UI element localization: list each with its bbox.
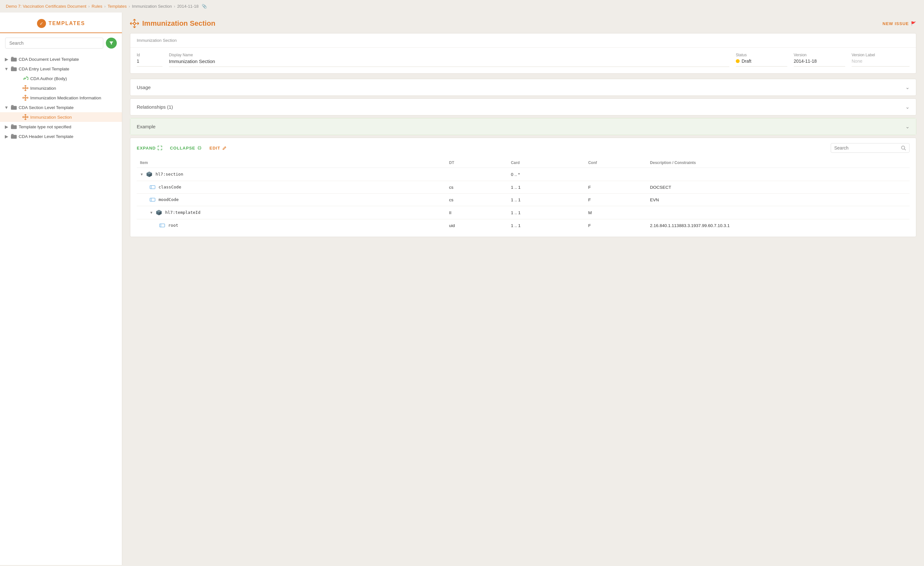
desc-hl7section <box>646 168 909 181</box>
conf-root: F <box>585 219 646 232</box>
item-cell: root <box>137 219 446 232</box>
breadcrumb-version: 2014-11-18 <box>177 4 199 9</box>
cube-icon-2 <box>156 210 162 216</box>
usage-section: Usage ⌄ <box>130 79 916 96</box>
status-value: Draft <box>736 58 787 67</box>
desc-root: 2.16.840.1.113883.3.1937.99.60.7.10.3.1 <box>646 219 909 232</box>
pencil-icon <box>222 146 226 150</box>
version-column: Version 2014-11-18 <box>794 53 845 67</box>
status-column: Status Draft <box>736 53 787 67</box>
dt-moodcode: cs <box>446 193 508 206</box>
desc-templateid <box>646 206 909 219</box>
sidebar-item-template-not-spec[interactable]: ▶ Template type not specified <box>0 122 122 132</box>
dt-hl7section <box>446 168 508 181</box>
toggle-template-not-spec[interactable]: ▶ <box>4 124 9 129</box>
card-hl7section: 0 .. * <box>508 168 585 181</box>
row-toggle-hl7section[interactable]: ▼ <box>140 172 144 176</box>
desc-classcode: DOCSECT <box>646 181 909 193</box>
table-search-input[interactable] <box>834 145 898 151</box>
search-area <box>0 33 122 53</box>
sidebar-item-imm-section[interactable]: ▶ Immunization Section <box>0 112 122 122</box>
folder-icon <box>11 56 17 62</box>
breadcrumb-sep-4: › <box>174 4 175 9</box>
sidebar: ✓ TEMPLATES ▶ CDA Document Level Templat… <box>0 12 122 565</box>
expand-button[interactable]: EXPAND <box>137 146 162 151</box>
relationships-header[interactable]: Relationships (1) ⌄ <box>130 99 916 115</box>
folder-icon-5 <box>11 133 17 139</box>
search-input[interactable] <box>5 37 103 49</box>
svg-rect-14 <box>150 186 155 189</box>
sidebar-item-imm-med-info[interactable]: ▶ Immunization Medication Information <box>0 93 122 103</box>
svg-rect-22 <box>160 224 165 227</box>
sidebar-label-cda-author: CDA Author (Body) <box>30 76 67 81</box>
svg-rect-1 <box>11 67 17 71</box>
new-issue-button[interactable]: NEW ISSUE 🚩 <box>882 21 916 26</box>
expand-label: EXPAND <box>137 146 156 151</box>
recycle-icon-1 <box>22 85 28 91</box>
filter-icon <box>109 41 114 45</box>
relationships-chevron-icon: ⌄ <box>905 104 909 110</box>
item-templateid: hl7:templateId <box>165 210 200 215</box>
status-label: Status <box>736 53 787 57</box>
tree-container: ▶ CDA Document Level Template ▼ CDA Entr… <box>0 53 122 565</box>
example-toolbar: EXPAND COLLAPSE EDIT <box>137 143 909 153</box>
sidebar-title: TEMPLATES <box>49 21 85 26</box>
usage-header[interactable]: Usage ⌄ <box>130 79 916 96</box>
row-toggle-templateid[interactable]: ▼ <box>150 211 153 214</box>
sidebar-item-cda-header[interactable]: ▶ CDA Header Level Template <box>0 132 122 141</box>
example-chevron-icon: ⌄ <box>905 123 909 130</box>
new-issue-label: NEW ISSUE <box>882 21 909 26</box>
edit-button[interactable]: EDIT <box>210 146 226 151</box>
table-row: ▼ hl7:section <box>137 168 909 181</box>
example-header[interactable]: Example ⌄ <box>130 118 916 135</box>
folder-icon-3 <box>11 105 17 110</box>
recycle-icon-selected <box>22 114 28 120</box>
toggle-cda-entry[interactable]: ▼ <box>4 66 9 71</box>
sidebar-label-imm-med-info: Immunization Medication Information <box>30 96 101 100</box>
toggle-cda-doc[interactable]: ▶ <box>4 57 9 62</box>
usage-chevron-icon: ⌄ <box>905 84 909 90</box>
col-dt: DT <box>446 158 508 168</box>
sidebar-item-cda-entry[interactable]: ▼ CDA Entry Level Template <box>0 64 122 73</box>
item-cell: moodCode <box>137 193 446 206</box>
breadcrumb-rules[interactable]: Rules <box>92 4 102 9</box>
dt-classcode: cs <box>446 181 508 193</box>
info-card: Immunization Section Id 1 Display Name I… <box>130 33 916 73</box>
breadcrumb-sep-2: › <box>104 4 105 9</box>
col-desc: Description / Constraints <box>646 158 909 168</box>
sidebar-item-immunization[interactable]: ▶ Immunization <box>0 83 122 93</box>
toggle-cda-section[interactable]: ▼ <box>4 105 9 110</box>
sidebar-label-cda-section: CDA Section Level Template <box>19 105 74 110</box>
svg-point-9 <box>902 146 905 149</box>
sidebar-item-cda-author[interactable]: ▶ CDA Author (Body) <box>0 73 122 83</box>
svg-rect-0 <box>11 58 17 62</box>
collapse-button[interactable]: COLLAPSE <box>170 146 202 151</box>
collapse-icon <box>197 146 202 150</box>
filter-button[interactable] <box>106 37 117 49</box>
sidebar-label-immunization: Immunization <box>30 86 56 91</box>
section-subtitle: Immunization Section <box>130 33 916 48</box>
page-recycle-icon <box>130 19 139 28</box>
svg-point-2 <box>25 87 26 89</box>
recycle-icon-2 <box>22 95 28 101</box>
example-content-card: EXPAND COLLAPSE EDIT <box>130 138 916 237</box>
breadcrumb-templates[interactable]: Templates <box>108 4 126 9</box>
folder-icon-2 <box>11 66 17 72</box>
version-label-column: Version Label None <box>852 53 909 67</box>
table-row: ▼ hl7:templateId II <box>137 206 909 219</box>
desc-moodcode: EVN <box>646 193 909 206</box>
table-row: moodCode cs 1 .. 1 F EVN <box>137 193 909 206</box>
sidebar-item-cda-section[interactable]: ▼ CDA Section Level Template <box>0 103 122 112</box>
breadcrumb-sep-3: › <box>129 4 130 9</box>
toggle-cda-header[interactable]: ▶ <box>4 134 9 139</box>
search-icon <box>901 146 906 151</box>
flag-icon: 🚩 <box>911 21 916 26</box>
breadcrumb-demo[interactable]: Demo 7: Vaccination Certificates Documen… <box>6 4 86 9</box>
sidebar-item-cda-doc[interactable]: ▶ CDA Document Level Template <box>0 54 122 64</box>
breadcrumb: Demo 7: Vaccination Certificates Documen… <box>0 0 924 12</box>
table-header-row: Item DT Card Conf Description / Constrai… <box>137 158 909 168</box>
version-label: Version <box>794 53 845 57</box>
id-label: Id <box>137 53 162 57</box>
item-cell: ▼ hl7:section <box>137 168 446 181</box>
item-cell: classCode <box>137 181 446 193</box>
